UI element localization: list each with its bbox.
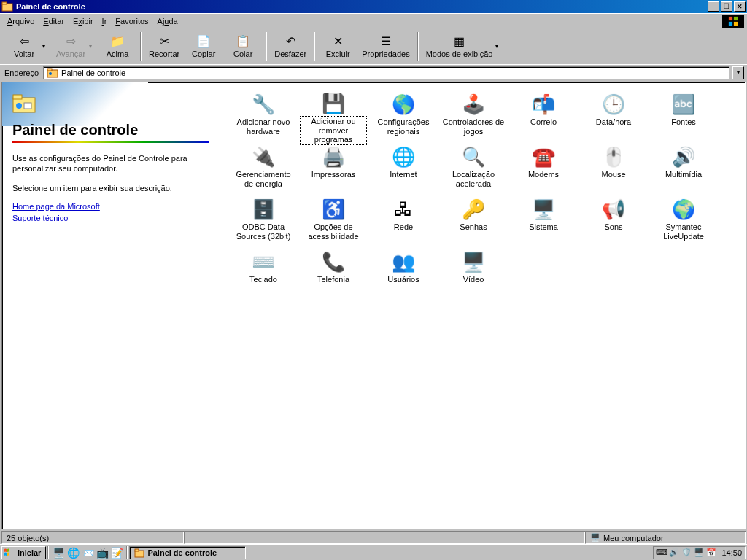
- menu-favoritos[interactable]: Favoritos: [111, 15, 152, 27]
- tray-keyboard-icon[interactable]: ⌨: [657, 548, 667, 558]
- fontes-icon: 🔤: [672, 93, 695, 116]
- ql-outlook-icon[interactable]: 📨: [81, 546, 94, 559]
- cpl-item-fontes[interactable]: 🔤Fontes: [649, 90, 719, 142]
- cpl-item-rede[interactable]: 🖧Rede: [368, 195, 438, 247]
- cpl-item-label: Controladores de jogos: [441, 117, 506, 136]
- tray-display-icon[interactable]: 🖥️: [694, 548, 704, 558]
- senhas-icon: 🔑: [462, 198, 485, 221]
- close-button[interactable]: ✕: [734, 1, 746, 12]
- properties-button[interactable]: ☰Propriedades: [357, 31, 414, 63]
- cpl-item-symantec-liveupdate[interactable]: 🌍Symantec LiveUpdate: [649, 195, 719, 247]
- sons-icon: 📢: [602, 198, 625, 221]
- cpl-item-configuracoes-regionais[interactable]: 🌎Configurações regionais: [368, 90, 438, 142]
- cpl-item-sons[interactable]: 📢Sons: [578, 195, 649, 247]
- taskbar-app-button[interactable]: Painel de controle: [129, 546, 246, 559]
- link-technical-support[interactable]: Suporte técnico: [12, 214, 211, 222]
- views-icon: ▦: [452, 34, 467, 48]
- svg-point-11: [16, 103, 22, 109]
- toolbar-separator: [140, 32, 142, 61]
- menu-ir[interactable]: Ir: [98, 15, 112, 27]
- back-dropdown[interactable]: ▾: [42, 43, 48, 50]
- rede-icon: 🖧: [392, 198, 415, 221]
- ql-desktop-icon[interactable]: 🖥️: [52, 546, 65, 559]
- cpl-item-adicionar-remover-programas[interactable]: 💾Adicionar ou remover programas: [298, 90, 368, 142]
- menu-editar[interactable]: Editar: [39, 15, 69, 27]
- cpl-item-label: Configurações regionais: [371, 117, 436, 136]
- start-button[interactable]: Iniciar: [1, 546, 46, 559]
- ql-word-icon[interactable]: 📝: [110, 546, 123, 559]
- cpl-item-label: Adicionar novo hardware: [231, 117, 296, 136]
- views-button[interactable]: ▦Modos de exibição: [422, 31, 498, 63]
- sistema-icon: 🖥️: [532, 198, 555, 221]
- menu-arquivo[interactable]: Arquivo: [3, 15, 39, 27]
- tray-antivirus-icon[interactable]: 🛡️: [681, 548, 692, 558]
- up-button[interactable]: 📁Acima: [98, 31, 137, 63]
- cpl-item-label: Modems: [528, 170, 559, 179]
- cpl-item-correio[interactable]: 📬Correio: [508, 90, 578, 142]
- control-panel-large-icon: [12, 93, 36, 116]
- cpl-item-mouse[interactable]: 🖱️Mouse: [578, 142, 649, 195]
- svg-rect-14: [135, 549, 139, 551]
- cpl-item-senhas[interactable]: 🔑Senhas: [438, 195, 508, 247]
- svg-rect-10: [13, 95, 22, 99]
- info-sidebar: Painel de controle Use as configurações …: [2, 82, 221, 529]
- menu-ajuda[interactable]: Ajuda: [153, 15, 182, 27]
- tray-scheduler-icon[interactable]: 📅: [706, 548, 716, 558]
- delete-icon: ✕: [330, 34, 345, 48]
- window-icon: [1, 1, 13, 12]
- menu-exibir[interactable]: Exibir: [69, 15, 98, 27]
- minimize-button[interactable]: _: [708, 1, 719, 12]
- cpl-item-label: Internet: [390, 170, 417, 179]
- forward-dropdown: ▾: [89, 43, 95, 50]
- cpl-item-multimidia[interactable]: 🔊Multimídia: [649, 142, 719, 195]
- cpl-item-usuarios[interactable]: 👥Usuários: [368, 247, 438, 300]
- cpl-item-label: Symantec LiveUpdate: [651, 222, 716, 241]
- telefonia-icon: 📞: [322, 250, 345, 273]
- cpl-item-controladores-de-jogos[interactable]: 🕹️Controladores de jogos: [438, 90, 508, 142]
- status-location: 🖥️ Meu computador: [585, 532, 746, 544]
- tray-clock[interactable]: 14:50: [721, 548, 742, 557]
- cpl-item-label: Vídeo: [463, 275, 484, 284]
- cpl-item-teclado[interactable]: ⌨️Teclado: [228, 247, 298, 300]
- title-bar: Painel de controle _ ❐ ✕: [0, 0, 747, 13]
- address-field[interactable]: Painel de controle: [43, 66, 729, 79]
- cpl-item-label: Telefonia: [317, 275, 349, 284]
- paste-button[interactable]: 📋Colar: [223, 31, 263, 63]
- undo-button[interactable]: ↶Desfazer: [270, 31, 311, 63]
- cpl-item-opcoes-de-acessibilidade[interactable]: ♿Opções de acessibilidade: [298, 195, 368, 247]
- cpl-item-localizacao-acelerada[interactable]: 🔍Localização acelerada: [438, 142, 508, 195]
- link-microsoft-homepage[interactable]: Home page da Microsoft: [12, 202, 211, 211]
- cpl-item-internet[interactable]: 🌐Internet: [368, 142, 438, 195]
- cpl-item-video[interactable]: 🖥️Vídeo: [438, 247, 508, 300]
- sidebar-divider: [12, 141, 209, 143]
- ql-channels-icon[interactable]: 📺: [96, 546, 109, 559]
- taskbar-separator: [126, 546, 128, 559]
- toolbar-separator: [314, 32, 315, 61]
- multimidia-icon: 🔊: [672, 145, 695, 168]
- svg-rect-7: [47, 69, 52, 71]
- copy-button[interactable]: 📄Copiar: [184, 31, 223, 63]
- properties-icon: ☰: [379, 34, 393, 48]
- maximize-button[interactable]: ❐: [721, 1, 732, 12]
- tray-volume-icon[interactable]: 🔊: [669, 548, 679, 558]
- delete-button[interactable]: ✕Excluir: [318, 31, 357, 63]
- address-value: Painel de controle: [61, 69, 125, 77]
- cpl-item-label: Senhas: [460, 222, 487, 232]
- views-dropdown[interactable]: ▾: [495, 43, 501, 50]
- cpl-item-data-hora[interactable]: 🕒Data/hora: [578, 90, 649, 142]
- cpl-item-adicionar-novo-hardware[interactable]: 🔧Adicionar novo hardware: [228, 90, 298, 142]
- address-dropdown[interactable]: ▾: [732, 66, 744, 79]
- svg-rect-3: [734, 16, 738, 20]
- back-button[interactable]: ⇦Voltar: [4, 31, 44, 63]
- cpl-item-impressoras[interactable]: 🖨️Impressoras: [298, 142, 368, 195]
- video-icon: 🖥️: [462, 250, 485, 273]
- scissors-icon: ✂: [157, 34, 171, 48]
- cpl-item-odbc-data-sources[interactable]: 🗄️ODBC Data Sources (32bit): [228, 195, 298, 247]
- ql-ie-icon[interactable]: 🌐: [66, 546, 80, 559]
- cpl-item-telefonia[interactable]: 📞Telefonia: [298, 247, 368, 300]
- cpl-item-modems[interactable]: ☎️Modems: [508, 142, 578, 195]
- cut-button[interactable]: ✂Recortar: [144, 31, 184, 63]
- address-bar: Endereço Painel de controle ▾: [0, 64, 747, 80]
- cpl-item-gerenciamento-de-energia[interactable]: 🔌Gerenciamento de energia: [228, 142, 298, 195]
- cpl-item-sistema[interactable]: 🖥️Sistema: [508, 195, 578, 247]
